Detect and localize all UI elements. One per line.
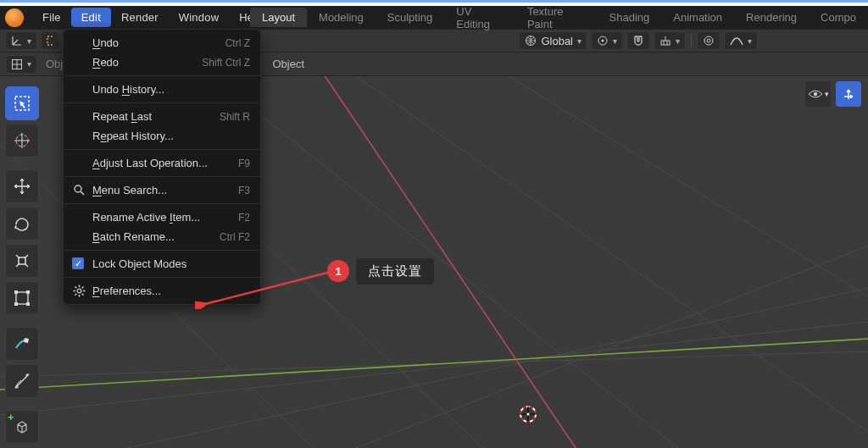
globe-icon: [525, 35, 537, 47]
separator: [64, 250, 260, 251]
editor-type-dropdown[interactable]: ▾: [5, 55, 37, 74]
tab-rendering[interactable]: Rendering: [734, 8, 809, 27]
svg-rect-4: [661, 41, 670, 45]
svg-point-20: [813, 92, 816, 96]
tab-sculpting[interactable]: Sculpting: [376, 8, 444, 27]
tab-compositing[interactable]: Compo: [809, 8, 868, 27]
select-mode-dropdown[interactable]: ▾: [5, 31, 37, 50]
menu-redo[interactable]: Redo Shift Ctrl Z: [64, 53, 260, 72]
proportional-toggle[interactable]: [697, 31, 721, 50]
separator: [64, 102, 260, 103]
tool-rotate[interactable]: [5, 207, 39, 241]
proportional-icon: [703, 35, 715, 47]
edit-menu-dropdown: Undo Ctrl Z Redo Shift Ctrl Z Undo Histo…: [63, 29, 261, 305]
menu-undo-history[interactable]: Undo History...: [64, 80, 260, 99]
svg-line-46: [81, 286, 83, 288]
gizmo-arrows-icon: [842, 87, 855, 101]
annotation-arrow: [195, 267, 339, 309]
menu-render[interactable]: Render: [111, 8, 169, 27]
menu-repeat-last[interactable]: Repeat Last Shift R: [64, 107, 260, 126]
gear-icon: [72, 284, 86, 297]
pivot-dropdown[interactable]: ▾: [591, 31, 623, 50]
menu-undo[interactable]: Undo Ctrl Z: [64, 33, 260, 53]
search-icon: [72, 183, 86, 196]
snap-toggle[interactable]: [626, 31, 650, 50]
tool-transform[interactable]: [5, 281, 39, 315]
orientation-dropdown[interactable]: Global ▾: [519, 31, 587, 50]
grid-editor-icon: [11, 58, 23, 70]
svg-rect-36: [26, 302, 30, 306]
tab-animation[interactable]: Animation: [661, 8, 734, 27]
grid-snap-icon: [659, 35, 671, 47]
gizmo-toggle[interactable]: [836, 81, 861, 107]
separator: [64, 176, 260, 177]
chevron-down-icon: ▾: [27, 59, 31, 69]
annotation-badge: 1: [327, 260, 349, 282]
menu-adjust-last-operation[interactable]: Adjust Last Operation... F9: [64, 153, 260, 173]
separator: [64, 149, 260, 150]
separator: [64, 203, 260, 204]
menu-file[interactable]: File: [32, 8, 71, 27]
chevron-down-icon: ▾: [825, 90, 829, 98]
chevron-down-icon: ▾: [613, 36, 617, 46]
toolbar-left: +: [5, 86, 39, 444]
magnet-icon: [632, 35, 644, 47]
svg-point-6: [707, 39, 710, 42]
viewport-gizmos: ▾: [805, 81, 861, 107]
third-row-object[interactable]: Object: [267, 58, 309, 70]
cursor-3d-icon: [517, 403, 539, 425]
falloff-dropdown[interactable]: ▾: [724, 31, 758, 50]
tab-shading[interactable]: Shading: [598, 8, 662, 27]
svg-rect-31: [19, 257, 25, 264]
tool-select-box[interactable]: [5, 86, 39, 120]
svg-point-39: [77, 289, 81, 293]
snap-mode-dropdown[interactable]: ▾: [654, 31, 686, 50]
workspace-tabs: Layout Modeling Sculpting UV Editing Tex…: [250, 6, 868, 29]
svg-rect-35: [14, 302, 18, 306]
svg-rect-33: [14, 290, 18, 294]
svg-rect-32: [16, 292, 28, 304]
pivot-icon: [597, 35, 609, 47]
tab-modeling[interactable]: Modeling: [307, 8, 376, 27]
chevron-down-icon: ▾: [676, 36, 680, 46]
separator: [64, 75, 260, 76]
menu-window[interactable]: Window: [169, 8, 229, 27]
menu-edit[interactable]: Edit: [71, 8, 111, 27]
menu-batch-rename[interactable]: Batch Rename... Ctrl F2: [64, 227, 260, 246]
tool-measure[interactable]: [5, 364, 39, 398]
svg-line-44: [75, 286, 76, 288]
eye-icon: [808, 88, 823, 100]
visibility-dropdown[interactable]: ▾: [805, 81, 831, 107]
svg-rect-34: [26, 290, 30, 294]
chevron-down-icon: ▾: [577, 36, 581, 46]
menu-rename-active-item[interactable]: Rename Active Item... F2: [64, 207, 260, 227]
separator: [691, 33, 692, 48]
svg-rect-0: [47, 36, 53, 45]
svg-point-5: [704, 36, 713, 45]
tool-scale[interactable]: [5, 244, 39, 278]
axis-icon: [11, 35, 23, 47]
svg-line-48: [205, 272, 331, 304]
tool-move[interactable]: [5, 169, 39, 203]
svg-line-47: [75, 293, 76, 295]
menu-menu-search[interactable]: Menu Search... F3: [64, 180, 260, 200]
tab-uv-editing[interactable]: UV Editing: [444, 2, 515, 34]
tab-layout[interactable]: Layout: [250, 8, 307, 27]
tool-annotate[interactable]: [5, 327, 39, 361]
plus-icon: +: [8, 411, 14, 423]
svg-line-38: [81, 191, 84, 195]
chevron-down-icon: ▾: [748, 36, 752, 46]
chevron-down-icon: ▾: [27, 36, 31, 46]
falloff-icon: [730, 35, 743, 47]
blender-logo-icon: [5, 8, 24, 27]
menu-repeat-history[interactable]: Repeat History...: [64, 126, 260, 146]
tool-cursor[interactable]: [5, 124, 39, 158]
svg-point-3: [602, 40, 604, 42]
select-box-icon[interactable]: [41, 31, 59, 50]
annotation-text: 点击设置: [356, 258, 434, 285]
tool-add-cube[interactable]: +: [5, 410, 39, 444]
tab-texture-paint[interactable]: Texture Paint: [515, 2, 598, 34]
checkbox-checked-icon: ✓: [72, 257, 84, 269]
svg-point-25: [526, 412, 529, 415]
orientation-label: Global: [541, 35, 573, 47]
